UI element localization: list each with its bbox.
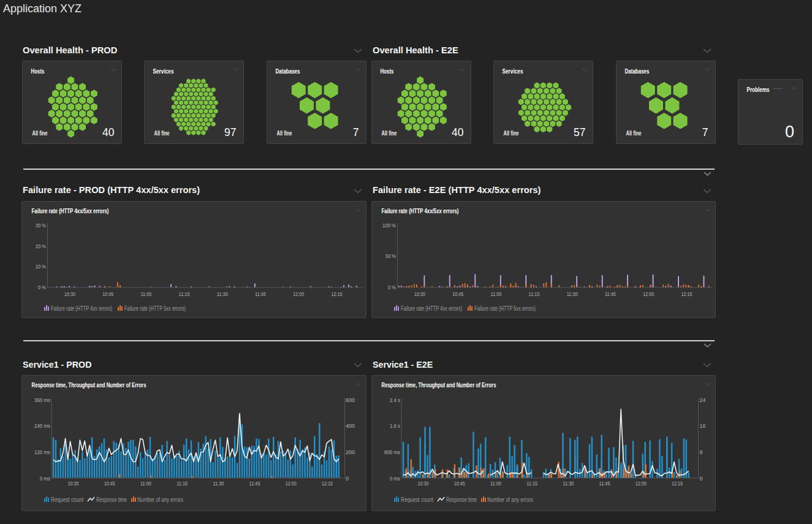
svg-text:11:30: 11:30 (563, 480, 574, 487)
svg-text:0 %: 0 % (388, 284, 396, 290)
svg-text:0: 0 (346, 476, 349, 482)
svg-text:11:00: 11:00 (490, 291, 501, 297)
svg-text:11:30: 11:30 (217, 291, 228, 297)
svg-text:10:30: 10:30 (414, 291, 425, 297)
svg-text:8: 8 (700, 449, 703, 455)
svg-text:All fine: All fine (154, 129, 170, 137)
svg-text:All fine: All fine (504, 129, 519, 137)
svg-text:40: 40 (102, 126, 115, 139)
svg-text:20 %: 20 % (36, 243, 46, 249)
svg-text:Databases: Databases (276, 67, 300, 75)
svg-text:11:45: 11:45 (249, 480, 260, 487)
svg-text:7: 7 (353, 126, 359, 139)
svg-text:12:00: 12:00 (286, 480, 297, 487)
svg-text:12:00: 12:00 (643, 291, 654, 297)
svg-text:Request count: Request count (51, 496, 83, 503)
svg-text:12:15: 12:15 (681, 291, 692, 297)
svg-text:Number of any errors: Number of any errors (137, 496, 183, 503)
svg-text:All fine: All fine (382, 129, 397, 137)
svg-text:2.4 s: 2.4 s (390, 397, 400, 403)
svg-text:10:45: 10:45 (454, 480, 465, 487)
svg-text:12:00: 12:00 (293, 291, 304, 297)
svg-text:360 ms: 360 ms (34, 397, 50, 403)
svg-text:Services: Services (153, 67, 174, 75)
svg-text:All fine: All fine (277, 129, 292, 137)
svg-text:0: 0 (700, 476, 703, 482)
svg-text:10 %: 10 % (36, 264, 46, 270)
svg-text:24: 24 (700, 397, 706, 403)
svg-text:120 ms: 120 ms (34, 449, 50, 455)
svg-text:11:15: 11:15 (179, 291, 190, 297)
svg-text:11:00: 11:00 (140, 291, 151, 297)
svg-text:7: 7 (702, 126, 708, 139)
svg-text:12:15: 12:15 (322, 480, 333, 487)
svg-text:Number of any errors: Number of any errors (487, 496, 533, 503)
svg-text:11:45: 11:45 (605, 291, 616, 297)
svg-text:All fine: All fine (626, 129, 642, 137)
svg-text:11:15: 11:15 (176, 480, 188, 487)
svg-text:57: 57 (574, 126, 585, 139)
svg-text:11:15: 11:15 (529, 291, 540, 297)
svg-text:11:30: 11:30 (213, 480, 224, 487)
svg-text:40: 40 (452, 126, 464, 139)
svg-text:11:30: 11:30 (567, 291, 578, 297)
svg-text:12:00: 12:00 (636, 480, 647, 487)
svg-text:10:30: 10:30 (64, 291, 75, 297)
svg-text:30 %: 30 % (36, 222, 46, 229)
svg-text:Services: Services (503, 67, 523, 75)
svg-text:0 ms: 0 ms (40, 476, 50, 482)
svg-text:11:15: 11:15 (526, 480, 537, 487)
svg-text:Failure rate (HTTP 5xx errors): Failure rate (HTTP 5xx errors) (474, 305, 536, 312)
svg-text:400: 400 (346, 423, 355, 429)
svg-text:All fine: All fine (32, 129, 48, 137)
svg-text:0: 0 (785, 123, 794, 141)
svg-text:11:45: 11:45 (255, 291, 266, 297)
svg-text:600: 600 (346, 397, 355, 403)
svg-text:10:45: 10:45 (452, 291, 463, 297)
svg-text:1.6 s: 1.6 s (390, 423, 400, 429)
svg-text:Failure rate (HTTP 5xx errors): Failure rate (HTTP 5xx errors) (124, 305, 186, 312)
svg-text:97: 97 (224, 126, 236, 139)
svg-text:12:15: 12:15 (672, 480, 683, 487)
svg-text:Response time: Response time (446, 496, 477, 503)
svg-text:Failure rate (HTTP 4xx/5xx err: Failure rate (HTTP 4xx/5xx errors) (32, 207, 109, 215)
svg-text:Failure rate (HTTP 4xx errors): Failure rate (HTTP 4xx errors) (401, 305, 462, 312)
svg-text:Failure rate (HTTP 4xx errors): Failure rate (HTTP 4xx errors) (51, 305, 112, 312)
svg-text:10:45: 10:45 (102, 291, 113, 297)
svg-text:0 ms: 0 ms (390, 476, 400, 482)
svg-text:Response time, Throughput and: Response time, Throughput and Number of … (32, 381, 146, 389)
svg-text:16: 16 (700, 423, 706, 429)
svg-text:12:15: 12:15 (331, 291, 342, 297)
svg-text:11:00: 11:00 (490, 480, 501, 487)
svg-text:11:00: 11:00 (140, 480, 151, 487)
svg-text:800 ms: 800 ms (384, 449, 400, 455)
svg-text:Response time, Throughput and: Response time, Throughput and Number of … (382, 381, 496, 389)
svg-text:0 %: 0 % (38, 284, 46, 290)
svg-text:Databases: Databases (625, 67, 650, 75)
svg-text:10:30: 10:30 (418, 480, 429, 487)
svg-text:Request count: Request count (401, 496, 433, 503)
svg-text:Response time: Response time (96, 496, 127, 503)
svg-text:10:30: 10:30 (68, 480, 79, 487)
svg-text:240 ms: 240 ms (34, 423, 50, 429)
svg-text:200: 200 (346, 449, 355, 455)
svg-text:Failure rate (HTTP 4xx/5xx err: Failure rate (HTTP 4xx/5xx errors) (382, 207, 459, 215)
svg-text:Hosts: Hosts (31, 67, 45, 75)
svg-text:Problems: Problems (747, 86, 770, 93)
svg-text:50 %: 50 % (385, 253, 396, 259)
svg-text:10:45: 10:45 (104, 480, 115, 487)
svg-text:100 %: 100 % (382, 222, 396, 229)
svg-text:Hosts: Hosts (381, 67, 394, 75)
svg-text:11:45: 11:45 (599, 480, 610, 487)
